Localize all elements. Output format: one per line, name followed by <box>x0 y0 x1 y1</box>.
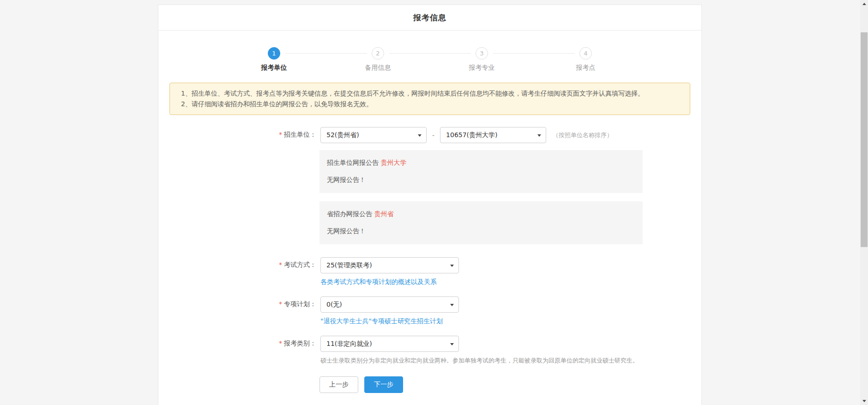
step-backup-info[interactable]: 2 备用信息 <box>326 47 430 72</box>
required-asterisk: * <box>279 131 282 138</box>
exam-mode-select-value: 25(管理类联考) <box>326 261 372 270</box>
step-major[interactable]: 3 报考专业 <box>430 47 534 72</box>
stepper: 1 报考单位 2 备用信息 3 报考专业 4 报考点 <box>158 30 701 72</box>
admission-unit-row: *招生单位： 52(贵州省) - 10657(贵州大学) （按照单位名称排序） <box>158 127 701 143</box>
application-form-card: 报考信息 1 报考单位 2 备用信息 3 报考专业 4 报考点 1、招生单位、考… <box>158 5 702 405</box>
step-4-label: 报考点 <box>534 64 638 72</box>
page-title: 报考信息 <box>413 12 446 23</box>
required-asterisk: * <box>279 300 282 308</box>
sort-hint: （按照单位名称排序） <box>553 131 613 139</box>
step-exam-site[interactable]: 4 报考点 <box>534 47 638 72</box>
step-3-label: 报考专业 <box>430 64 534 72</box>
exam-mode-row: *考试方式： 25(管理类联考) 各类考试方式和专项计划的概述以及关系 <box>158 257 701 286</box>
dropdown-arrow-icon <box>537 134 541 137</box>
step-4-circle: 4 <box>579 47 592 60</box>
dropdown-arrow-icon <box>450 343 454 345</box>
category-select[interactable]: 11(非定向就业) <box>320 336 459 352</box>
notice-box: 1、招生单位、考试方式、报考点等为报考关键信息，在提交信息后不允许修改，网报时间… <box>169 83 690 115</box>
unit-notice-name: 贵州大学 <box>380 159 406 166</box>
unit-notice-box: 招生单位网报公告 贵州大学 无网报公告！ <box>319 150 643 193</box>
step-1-label: 报考单位 <box>222 64 326 72</box>
special-plan-row: *专项计划： 0(无) "退役大学生士兵"专项硕士研究生招生计划 <box>158 296 701 326</box>
special-plan-select[interactable]: 0(无) <box>320 296 459 313</box>
province-select-value: 52(贵州省) <box>326 131 359 139</box>
exam-mode-help-link[interactable]: 各类考试方式和专项计划的概述以及关系 <box>320 278 459 286</box>
province-select[interactable]: 52(贵州省) <box>320 127 427 143</box>
exam-mode-controls: 25(管理类联考) 各类考试方式和专项计划的概述以及关系 <box>320 257 459 286</box>
dropdown-arrow-icon <box>418 134 422 137</box>
application-form: *招生单位： 52(贵州省) - 10657(贵州大学) （按照单位名称排序） <box>158 127 701 393</box>
unit-notice-title-line: 招生单位网报公告 贵州大学 <box>327 159 635 167</box>
province-notice-name: 贵州省 <box>374 210 393 218</box>
province-notice-box: 省招办网报公告 贵州省 无网报公告！ <box>319 201 643 244</box>
required-asterisk: * <box>279 339 282 347</box>
unit-notice-title: 招生单位网报公告 <box>327 159 379 166</box>
required-asterisk: * <box>279 261 282 268</box>
category-controls: 11(非定向就业) 硕士生录取类别分为非定向就业和定向就业两种。参加单独考试的考… <box>320 336 639 365</box>
special-plan-label: *专项计划： <box>158 296 316 308</box>
category-row: *报考类别： 11(非定向就业) 硕士生录取类别分为非定向就业和定向就业两种。参… <box>158 336 701 365</box>
admission-unit-controls: 52(贵州省) - 10657(贵州大学) （按照单位名称排序） <box>320 127 613 143</box>
special-plan-controls: 0(无) "退役大学生士兵"专项硕士研究生招生计划 <box>320 296 459 326</box>
school-select[interactable]: 10657(贵州大学) <box>440 127 546 143</box>
scrollbar-thumb[interactable] <box>861 32 868 247</box>
exam-mode-label: *考试方式： <box>158 257 316 269</box>
special-plan-select-value: 0(无) <box>326 301 342 309</box>
scroll-down-icon <box>862 400 866 402</box>
notice-line-2: 2、请仔细阅读省招办和招生单位的网报公告，以免导致报名无效。 <box>181 99 679 109</box>
category-note: 硕士生录取类别分为非定向就业和定向就业两种。参加单独考试的考生，只能被录取为回原… <box>320 357 639 365</box>
school-select-value: 10657(贵州大学) <box>446 131 497 139</box>
exam-mode-select[interactable]: 25(管理类联考) <box>320 257 459 273</box>
category-label: *报考类别： <box>158 336 316 348</box>
step-3-circle: 3 <box>476 47 488 60</box>
special-plan-help-link[interactable]: "退役大学生士兵"专项硕士研究生招生计划 <box>320 317 459 326</box>
dropdown-arrow-icon <box>450 265 454 267</box>
scroll-up-icon <box>862 3 866 5</box>
title-bar: 报考信息 <box>158 5 701 30</box>
admission-unit-label: *招生单位： <box>158 127 316 139</box>
prev-step-button[interactable]: 上一步 <box>319 376 358 393</box>
scroll-up-button[interactable] <box>860 0 868 8</box>
next-step-button[interactable]: 下一步 <box>364 376 403 393</box>
page-background: 报考信息 1 报考单位 2 备用信息 3 报考专业 4 报考点 1、招生单位、考… <box>0 0 868 405</box>
dropdown-arrow-icon <box>450 304 454 306</box>
step-2-label: 备用信息 <box>326 64 430 72</box>
step-1-circle: 1 <box>268 47 280 60</box>
select-separator: - <box>432 132 434 139</box>
province-notice-title: 省招办网报公告 <box>327 210 372 218</box>
vertical-scrollbar[interactable] <box>860 0 868 405</box>
scroll-down-button[interactable] <box>860 397 868 405</box>
unit-notice-body: 无网报公告！ <box>327 176 635 184</box>
step-2-circle: 2 <box>372 47 384 60</box>
button-row: 上一步 下一步 <box>319 376 701 393</box>
step-admission-unit[interactable]: 1 报考单位 <box>222 47 326 72</box>
province-notice-body: 无网报公告！ <box>327 227 635 236</box>
province-notice-title-line: 省招办网报公告 贵州省 <box>327 210 635 218</box>
notice-line-1: 1、招生单位、考试方式、报考点等为报考关键信息，在提交信息后不允许修改，网报时间… <box>181 88 679 99</box>
category-select-value: 11(非定向就业) <box>326 340 372 348</box>
